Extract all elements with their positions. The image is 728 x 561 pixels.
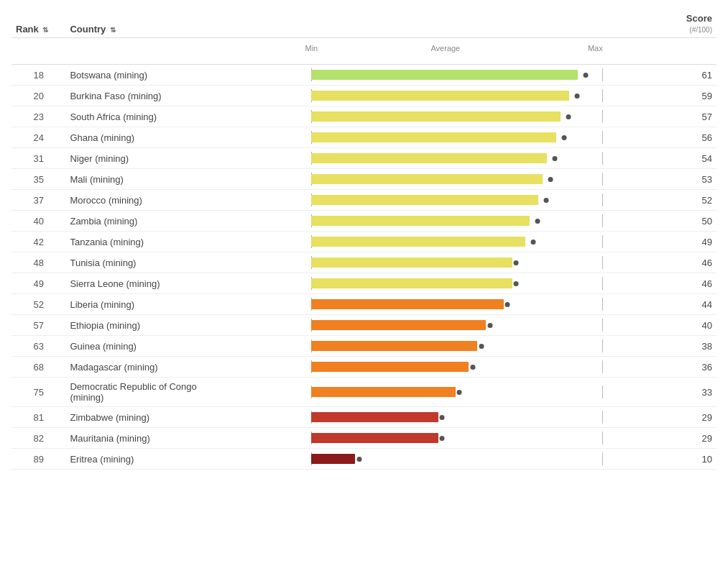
- max-line: [602, 68, 603, 81]
- bar-rect: [311, 454, 355, 464]
- bar-wrapper: [241, 68, 635, 81]
- rank-cell: 68: [11, 357, 65, 378]
- rank-cell: 42: [11, 232, 65, 252]
- max-line: [602, 235, 603, 248]
- country-cell: Tunisia (mining): [65, 252, 236, 273]
- max-line: [602, 432, 603, 444]
- country-cell: Sierra Leone (mining): [65, 273, 236, 294]
- country-cell: Democratic Republic of Congo (mining): [65, 378, 236, 407]
- max-line: [602, 89, 603, 102]
- max-line: [602, 131, 603, 144]
- rank-cell: 18: [11, 65, 65, 86]
- bar-rect: [311, 320, 486, 330]
- rank-header[interactable]: Rank ⇅: [11, 7, 65, 38]
- bar-wrapper: [241, 110, 635, 123]
- bar-rect: [311, 387, 456, 397]
- score-sub-label: (#/100): [689, 26, 712, 34]
- rank-cell: 52: [11, 294, 65, 315]
- bar-rect: [311, 153, 547, 163]
- bar-cell: [236, 315, 640, 336]
- bar-wrapper: [241, 214, 635, 227]
- bar-wrapper: [241, 360, 635, 373]
- table-row: 52 Liberia (mining) 44: [11, 294, 717, 315]
- table-row: 24 Ghana (mining) 56: [11, 127, 717, 148]
- score-cell: 49: [639, 232, 717, 252]
- rankings-table: Rank ⇅ Country ⇅ Score (#/100): [11, 7, 717, 470]
- country-cell: Madagascar (mining): [65, 357, 236, 378]
- bar-cell: [236, 190, 640, 211]
- score-cell: 61: [639, 65, 717, 86]
- rank-cell: 89: [11, 449, 65, 470]
- bar-rect: [311, 195, 538, 205]
- bar-rect: [311, 362, 469, 372]
- bar-cell: [236, 252, 640, 273]
- country-cell: Mauritania (mining): [65, 428, 236, 449]
- score-cell: 44: [639, 294, 717, 315]
- table-row: 81 Zimbabwe (mining) 29: [11, 407, 717, 428]
- country-cell: Tanzania (mining): [65, 232, 236, 252]
- score-cell: 59: [639, 86, 717, 106]
- score-cell: 29: [639, 407, 717, 428]
- avg-dot: [574, 94, 579, 99]
- country-cell: Niger (mining): [65, 148, 236, 169]
- bar-rect: [311, 132, 556, 142]
- bar-cell: [236, 148, 640, 169]
- avg-dot: [583, 73, 588, 78]
- min-axis-label: Min: [305, 44, 318, 53]
- bar-cell: [236, 449, 640, 470]
- rank-cell: 23: [11, 106, 65, 127]
- score-cell: 56: [639, 127, 717, 148]
- country-header[interactable]: Country ⇅: [65, 7, 236, 38]
- max-line: [602, 277, 603, 290]
- score-cell: 57: [639, 106, 717, 127]
- avg-dot: [553, 156, 558, 161]
- max-line: [602, 411, 603, 424]
- table-row: 42 Tanzania (mining) 49: [11, 232, 717, 252]
- avg-dot: [440, 436, 445, 441]
- table-row: 63 Guinea (mining) 38: [11, 336, 717, 357]
- bar-cell: [236, 86, 640, 106]
- table-row: 23 South Africa (mining) 57: [11, 106, 717, 127]
- table-row: 40 Zambia (mining) 50: [11, 211, 717, 232]
- table-row: 57 Ethiopia (mining) 40: [11, 315, 717, 336]
- bar-rect: [311, 299, 503, 309]
- score-cell: 53: [639, 169, 717, 190]
- max-line: [602, 173, 603, 186]
- max-axis-label: Max: [588, 44, 603, 53]
- bar-cell: [236, 169, 640, 190]
- rank-cell: 20: [11, 86, 65, 106]
- rank-sort-icon[interactable]: ⇅: [42, 26, 48, 34]
- score-cell: 36: [639, 357, 717, 378]
- max-line: [602, 193, 603, 206]
- score-header: Score (#/100): [639, 7, 717, 38]
- country-cell: Ghana (mining): [65, 127, 236, 148]
- score-label: Score: [686, 13, 712, 24]
- rank-label: Rank: [16, 24, 39, 35]
- bar-cell: [236, 65, 640, 86]
- rank-cell: 40: [11, 211, 65, 232]
- country-cell: Morocco (mining): [65, 190, 236, 211]
- avg-dot: [505, 302, 510, 307]
- table-row: 37 Morocco (mining) 52: [11, 190, 717, 211]
- bar-cell: [236, 106, 640, 127]
- score-cell: 40: [639, 315, 717, 336]
- country-label: Country: [70, 24, 106, 35]
- bar-wrapper: [241, 152, 635, 165]
- table-row: 75 Democratic Republic of Congo (mining)…: [11, 378, 717, 407]
- score-cell: 29: [639, 428, 717, 449]
- bar-wrapper: [241, 89, 635, 102]
- bar-rect: [311, 111, 560, 122]
- avg-dot: [440, 415, 445, 420]
- bar-rect: [311, 341, 477, 351]
- table-row: 35 Mali (mining) 53: [11, 169, 717, 190]
- max-line: [602, 386, 603, 398]
- bar-cell: [236, 357, 640, 378]
- table-row: 68 Madagascar (mining) 36: [11, 357, 717, 378]
- bar-cell: [236, 127, 640, 148]
- country-sort-icon[interactable]: ⇅: [110, 26, 116, 34]
- rank-cell: 81: [11, 407, 65, 428]
- avg-dot: [356, 457, 361, 462]
- avg-dot: [470, 365, 475, 370]
- score-cell: 50: [639, 211, 717, 232]
- country-cell: Burkina Faso (mining): [65, 86, 236, 106]
